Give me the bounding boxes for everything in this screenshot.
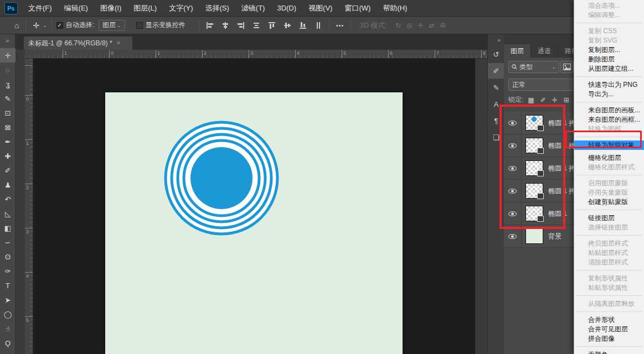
- pen-icon: ✑: [5, 268, 11, 275]
- panel-tab[interactable]: 通道: [531, 44, 558, 58]
- menubar-item[interactable]: 文字(Y): [163, 0, 199, 17]
- history-brush-tool[interactable]: ↶: [0, 192, 16, 206]
- auto-select-target-value: 图层: [102, 20, 116, 30]
- lock-transparency-icon[interactable]: ▦: [528, 96, 534, 104]
- brush-tool[interactable]: ✐: [0, 163, 16, 178]
- hand-tool[interactable]: ☝: [0, 321, 16, 336]
- close-tab-icon[interactable]: ×: [117, 39, 121, 47]
- auto-select-label: 自动选择:: [66, 20, 94, 30]
- expand-toolbox-icon[interactable]: »: [0, 34, 15, 48]
- menubar-item[interactable]: 视图(V): [302, 0, 338, 17]
- auto-select-checkbox[interactable]: ✓: [56, 22, 63, 29]
- lock-label: 锁定:: [508, 95, 523, 105]
- layer-filter-dropdown[interactable]: 类型 ⌄: [508, 61, 559, 73]
- spot-healing-brush-icon: ✚: [5, 153, 11, 160]
- align-vertical-centers-icon[interactable]: [281, 20, 293, 31]
- home-icon[interactable]: ⌂: [12, 21, 21, 30]
- context-menu-item[interactable]: 链接图层: [574, 214, 644, 223]
- layer-thumbnail[interactable]: [525, 228, 543, 244]
- distribute-horizontal-icon[interactable]: [250, 20, 262, 31]
- crop-tool[interactable]: ⊡: [0, 106, 16, 120]
- context-menu-item[interactable]: 拼合图像: [574, 334, 644, 343]
- menubar-item[interactable]: 编辑(E): [58, 0, 94, 17]
- align-horizontal-centers-icon[interactable]: [219, 20, 231, 31]
- pen-tool[interactable]: ✑: [0, 264, 16, 278]
- context-menu-item[interactable]: 导出为...: [574, 90, 644, 99]
- move-tool[interactable]: ✛: [0, 48, 16, 63]
- collapse-dock-icon[interactable]: «: [488, 34, 504, 46]
- menubar-item[interactable]: 帮助(H): [377, 0, 413, 17]
- zoom-tool[interactable]: Ǫ: [0, 336, 16, 350]
- context-menu-item[interactable]: 删除图层: [574, 55, 644, 64]
- lock-position-icon[interactable]: ✛: [552, 96, 558, 104]
- context-menu-item[interactable]: 合并可见图层: [574, 325, 644, 334]
- ruler-label: 1: [64, 50, 67, 56]
- clone-stamp-tool[interactable]: ♟: [0, 178, 16, 192]
- align-right-edges-icon[interactable]: [235, 20, 247, 31]
- context-menu-item[interactable]: 栅格化图层: [574, 153, 644, 163]
- context-menu-item[interactable]: 合并形状: [574, 315, 644, 325]
- eyedropper-tool[interactable]: ✒: [0, 134, 16, 149]
- brush-settings-panel-icon: ✐: [493, 67, 499, 75]
- menubar-item[interactable]: 3D(D): [271, 0, 302, 17]
- context-menu-item[interactable]: 快速导出为 PNG: [574, 80, 644, 90]
- path-selection-tool[interactable]: ➤: [0, 293, 16, 307]
- path-selection-icon: ➤: [5, 296, 11, 304]
- crop-icon: ⊡: [5, 110, 11, 117]
- ellipse-shape-tool[interactable]: ◯: [0, 307, 16, 321]
- eraser-tool[interactable]: ◺: [0, 206, 16, 221]
- lasso-tool[interactable]: ʓ: [0, 77, 16, 91]
- auto-select-target-dropdown[interactable]: 图层 ⌄: [99, 20, 125, 31]
- menubar-item[interactable]: 选择(S): [199, 0, 235, 17]
- history-panel-button[interactable]: ↺: [488, 46, 504, 62]
- lock-pixels-icon[interactable]: ✐: [540, 96, 546, 104]
- frame-tool[interactable]: ⊠: [0, 120, 16, 134]
- concentric-circles-shape: [163, 119, 280, 237]
- show-transform-checkbox[interactable]: [136, 22, 143, 29]
- more-align-options-button[interactable]: •••: [334, 22, 347, 29]
- eye-icon: [508, 234, 517, 239]
- menubar-item[interactable]: 滤镜(T): [235, 0, 271, 17]
- zoom-icon: Ǫ: [5, 340, 11, 347]
- lock-artboard-icon[interactable]: ⊞: [564, 96, 569, 104]
- menubar-item[interactable]: 窗口(W): [338, 0, 377, 17]
- ruler-label: 1: [26, 140, 29, 146]
- context-menu-item[interactable]: 无颜色: [574, 350, 644, 354]
- hand-icon: ☝: [6, 325, 10, 332]
- align-top-edges-icon[interactable]: [266, 20, 278, 31]
- smudge-tool[interactable]: ∽: [0, 235, 16, 249]
- context-menu-item[interactable]: 来自图层的画框...: [574, 115, 644, 124]
- filter-pixel-layers-button[interactable]: [560, 61, 574, 73]
- elliptical-marquee-tool[interactable]: ◌: [0, 63, 16, 77]
- align-left-edges-icon[interactable]: [204, 20, 216, 31]
- type-tool[interactable]: T: [0, 278, 16, 293]
- brush-presets-panel-button[interactable]: ✎: [488, 80, 504, 95]
- ruler-label: 7: [436, 50, 439, 56]
- menubar-item[interactable]: 图层(L): [127, 0, 163, 17]
- context-menu-item[interactable]: 从图层建立组...: [574, 64, 644, 74]
- menubar-item[interactable]: 图像(I): [94, 0, 127, 17]
- brush-settings-panel-button[interactable]: ✐: [488, 63, 504, 79]
- document-tab[interactable]: 未标题-1 @ 66.7%(RGB/8) * ×: [24, 37, 132, 50]
- lasso-icon: ʓ: [6, 81, 9, 88]
- blend-mode-dropdown[interactable]: 正常 ⌄: [508, 79, 581, 91]
- menubar-item[interactable]: 文件(F): [22, 0, 58, 17]
- context-menu-item: 拷贝图层样式: [574, 239, 644, 248]
- quick-selection-icon: ✎: [5, 95, 11, 102]
- spot-healing-brush-tool[interactable]: ✚: [0, 149, 16, 163]
- gradient-tool[interactable]: ◧: [0, 221, 16, 235]
- horizontal-ruler: 1012345678: [25, 50, 487, 59]
- move-tool-preset-icon[interactable]: ✛: [30, 21, 42, 30]
- context-menu-item[interactable]: 复制图层...: [574, 45, 644, 55]
- quick-selection-tool[interactable]: ✎: [0, 91, 16, 106]
- distribute-vertical-icon[interactable]: [312, 20, 324, 31]
- dodge-tool[interactable]: ʘ: [0, 249, 16, 264]
- elliptical-marquee-icon: ◌: [6, 66, 10, 74]
- context-menu-item: 选择链接图层: [574, 223, 644, 232]
- chevron-down-icon[interactable]: ⌄: [43, 23, 47, 28]
- panel-tab[interactable]: 图层: [504, 44, 531, 58]
- context-menu-item[interactable]: 来自图层的画板...: [574, 106, 644, 115]
- 3d-orbit-icon: ↻: [395, 22, 401, 29]
- context-menu-item[interactable]: 创建剪贴蒙版: [574, 197, 644, 207]
- align-bottom-edges-icon[interactable]: [297, 20, 309, 31]
